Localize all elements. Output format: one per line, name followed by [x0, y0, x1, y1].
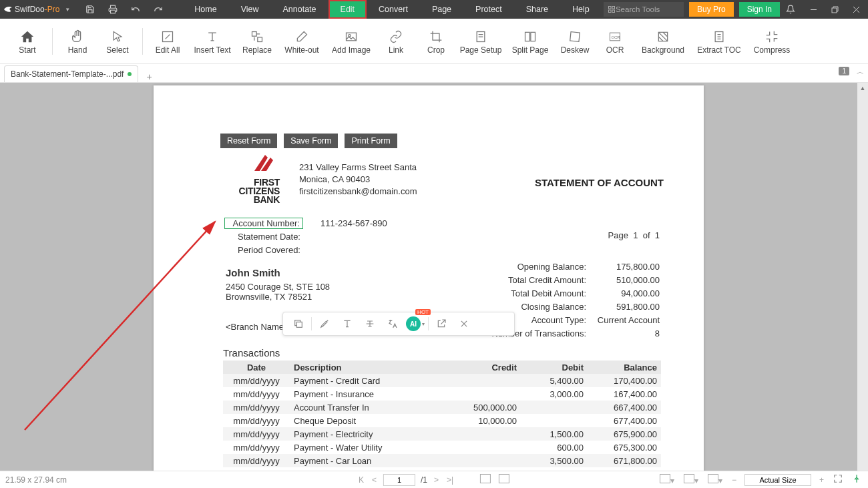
svg-rect-10 — [252, 31, 257, 36]
menu-help[interactable]: Help — [560, 0, 602, 19]
copy-icon[interactable] — [287, 314, 310, 333]
close-icon[interactable] — [847, 0, 865, 19]
pin-icon[interactable] — [851, 474, 863, 485]
export-icon[interactable] — [430, 314, 453, 333]
save-icon[interactable] — [85, 4, 95, 15]
rib-whiteout[interactable]: White-out — [278, 21, 326, 61]
prev-page-icon[interactable]: < — [371, 475, 378, 485]
rib-add-image[interactable]: Add Image — [327, 21, 375, 61]
rib-extract-toc[interactable]: Extract TOC — [692, 21, 746, 61]
rib-ocr[interactable]: OCROCR — [596, 21, 634, 61]
minimize-icon[interactable] — [804, 0, 823, 19]
buy-pro-button[interactable]: Buy Pro — [689, 2, 734, 17]
background-icon — [656, 28, 670, 45]
view-mode-2-icon[interactable]: ▾ — [682, 474, 700, 485]
ai-icon[interactable]: AI▾HOT — [404, 314, 427, 333]
view-mode-3-icon[interactable]: ▾ — [706, 474, 724, 485]
page-nav: K < /1 > >| — [357, 474, 511, 486]
rib-replace[interactable]: Replace — [238, 21, 276, 61]
grid-icon — [608, 5, 616, 13]
search-tools[interactable] — [604, 2, 684, 17]
document-tabs: Bank-Statement-Template-...pdf + 1 ︿ — [0, 64, 868, 83]
print-icon[interactable] — [107, 4, 118, 15]
vertical-scrollbar[interactable]: ▲ — [857, 83, 868, 471]
page-input[interactable] — [383, 474, 415, 486]
reset-form-button[interactable]: Reset Form — [220, 134, 277, 148]
summary-row: Total Debit Amount:94,000.00 — [466, 288, 660, 302]
text-tool-icon[interactable] — [336, 314, 359, 333]
doc-tab[interactable]: Bank-Statement-Template-...pdf — [4, 65, 138, 82]
summary-row: Total Credit Amount:510,000.00 — [466, 275, 660, 288]
branch-name: <Branch Name> — [226, 322, 289, 332]
view-mode-1-icon[interactable]: ▾ — [658, 474, 676, 485]
chevron-up-icon[interactable]: ︿ — [857, 67, 864, 77]
rib-crop[interactable]: Crop — [417, 21, 455, 61]
rib-insert-text[interactable]: Insert Text — [188, 21, 236, 61]
period-covered-label: Period Covered: — [224, 245, 303, 255]
rib-start[interactable]: Start — [8, 21, 47, 61]
crop-icon — [429, 28, 443, 45]
pdf-page[interactable]: Reset Form Save Form Print Form FIRSTCIT… — [154, 85, 704, 471]
translate-icon[interactable] — [381, 314, 404, 333]
menu-annotate[interactable]: Annotate — [271, 0, 329, 19]
table-row: mm/dd/yyyyPayment - Credit Card5,400.001… — [223, 374, 661, 387]
rib-edit-all[interactable]: Edit All — [148, 21, 187, 61]
svg-rect-6 — [832, 8, 837, 13]
zoom-out-icon[interactable]: − — [730, 475, 738, 485]
redo-icon[interactable] — [153, 4, 164, 15]
next-view-icon[interactable] — [497, 474, 511, 485]
rib-background[interactable]: Background — [636, 21, 690, 61]
page-setup-icon — [474, 28, 487, 45]
app-name: SwifDoo-Pro — [15, 5, 59, 14]
next-page-icon[interactable]: > — [433, 475, 440, 485]
prev-view-icon[interactable] — [479, 474, 492, 485]
highlight-icon[interactable] — [313, 314, 336, 333]
print-form-button[interactable]: Print Form — [345, 134, 397, 148]
save-form-button[interactable]: Save Form — [284, 134, 338, 148]
menu-share[interactable]: Share — [514, 0, 560, 19]
bank-logo-icon — [248, 154, 280, 174]
close-toolbar-icon[interactable] — [453, 314, 475, 333]
add-tab-button[interactable]: + — [146, 71, 152, 82]
hand-icon — [70, 28, 85, 45]
annotation-arrow-icon — [21, 216, 228, 437]
app-menu-caret[interactable]: ▼ — [65, 7, 70, 13]
customer-name: John Smith — [226, 267, 330, 278]
bell-icon[interactable] — [785, 4, 796, 15]
svg-rect-3 — [608, 10, 611, 13]
fullscreen-icon[interactable] — [832, 474, 844, 485]
menu-page[interactable]: Page — [420, 0, 463, 19]
split-icon — [523, 28, 537, 45]
last-page-icon[interactable]: >| — [445, 475, 455, 485]
maximize-icon[interactable] — [825, 0, 844, 19]
bank-address: 231 Valley Farms Street SantaMonica, CA … — [299, 162, 417, 198]
svg-rect-11 — [258, 37, 262, 41]
statement-date-label: Statement Date: — [224, 232, 303, 242]
scroll-up-icon[interactable]: ▲ — [857, 83, 868, 93]
sign-in-button[interactable]: Sign In — [739, 2, 780, 17]
rib-compress[interactable]: Compress — [748, 21, 796, 61]
zoom-in-icon[interactable]: + — [818, 475, 825, 485]
compress-icon — [765, 28, 779, 45]
account-number-label[interactable]: Account Number: — [224, 218, 303, 229]
rib-deskew[interactable]: Deskew — [556, 21, 594, 61]
menu-home[interactable]: Home — [182, 0, 228, 19]
rib-hand[interactable]: Hand — [58, 21, 97, 61]
rib-page-setup[interactable]: Page Setup — [457, 21, 505, 61]
first-page-icon[interactable]: K — [357, 475, 365, 485]
rib-split-page[interactable]: Split Page — [506, 21, 554, 61]
rib-select[interactable]: Select — [98, 21, 137, 61]
menu-protect[interactable]: Protect — [463, 0, 514, 19]
undo-icon[interactable] — [130, 4, 141, 15]
table-row: mm/dd/yyyyPayment - Electricity1,500.006… — [223, 427, 661, 441]
menu-convert[interactable]: Convert — [367, 0, 420, 19]
page-count-badge: 1 — [839, 67, 849, 75]
rib-link[interactable]: Link — [377, 21, 415, 61]
menu-view[interactable]: View — [229, 0, 271, 19]
search-input[interactable] — [616, 5, 676, 13]
zoom-input[interactable] — [744, 474, 811, 486]
titlebar: SwifDoo-Pro ▼ Home View Annotate Edit Co… — [0, 0, 868, 19]
strikethrough-icon[interactable] — [359, 314, 381, 333]
statusbar: 21.59 x 27.94 cm K < /1 > >| ▾ ▾ ▾ − + — [0, 471, 868, 488]
menu-edit[interactable]: Edit — [329, 0, 367, 19]
